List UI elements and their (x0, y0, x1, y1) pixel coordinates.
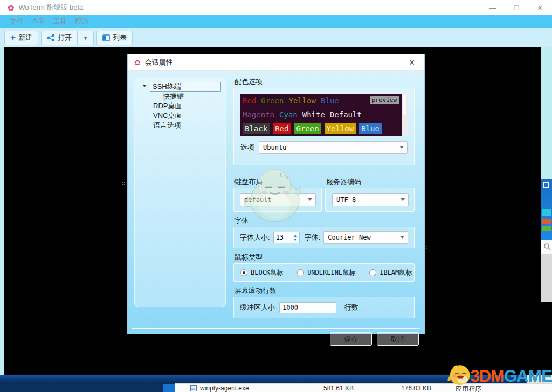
mouse-type-group: BLOCK鼠标 UNDERLINE鼠标 IBEAM鼠标 (233, 263, 415, 282)
tree-item-language-options[interactable]: 语言选项 (135, 121, 225, 130)
preview-badge: preview (370, 96, 399, 104)
preview-token: Default (330, 110, 362, 119)
checkbox-outline-icon (543, 182, 549, 188)
scheme-option-label: 选项 (240, 143, 254, 152)
font-section-label: 字体 (234, 216, 249, 226)
file-size-on-disk: 176.03 KB (380, 384, 431, 392)
dialog-separator (132, 328, 420, 329)
new-session-label: 新建 (18, 33, 32, 43)
keyboard-layout-label: 键盘布局 (234, 177, 263, 187)
preview-token: Magenta (243, 110, 274, 119)
cancel-button[interactable]: 取消 (377, 332, 419, 346)
splitter-grip-left[interactable]: ∷ (122, 180, 126, 187)
open-dropdown-button[interactable]: ▼ (78, 31, 94, 45)
menu-view[interactable]: 查看 (31, 17, 45, 26)
keyboard-layout-value: default (244, 196, 272, 204)
scrollback-group: 缓冲区大小 行数 (233, 297, 415, 318)
tree-item-label: 快捷键 (163, 92, 184, 101)
list-view-button[interactable]: 列表 (96, 31, 133, 45)
font-family-label: 字体: (305, 233, 321, 242)
preview-scrollbar[interactable] (402, 94, 408, 136)
3dmgame-logo-text: 3DMGAME (471, 368, 552, 384)
tree-item-label: VNC桌面 (153, 111, 182, 121)
chevron-down-icon (400, 236, 404, 239)
app-titlebar: ✿ WoTerm 旗舰版 beta — □ ✕ (0, 0, 552, 15)
radio-icon[interactable] (369, 269, 376, 276)
font-size-label: 字体大小: (240, 233, 270, 242)
font-group: 字体大小: 字体: Courier New (233, 227, 415, 248)
close-button[interactable]: ✕ (528, 0, 552, 15)
server-encoding-select[interactable]: UTF-8 (332, 193, 409, 206)
menu-help[interactable]: 帮助 (74, 17, 88, 26)
server-encoding-group: UTF-8 (325, 188, 415, 212)
spin-up-icon[interactable] (294, 235, 297, 237)
tree-item-rdp-desktop[interactable]: RDP桌面 (135, 101, 225, 111)
chevron-down-icon (401, 198, 405, 201)
tree-item-ssh-terminal[interactable]: SSH终端 (135, 82, 225, 92)
background-search-box (541, 240, 552, 254)
new-session-button[interactable]: + 新建 (4, 31, 38, 45)
preview-token: Green (261, 96, 284, 105)
tree-item-label: 语言选项 (153, 121, 181, 130)
preview-block: Blue (359, 123, 382, 134)
radio-underline-mouse[interactable]: UNDERLINE鼠标 (297, 268, 355, 277)
tree-item-vnc-desktop[interactable]: VNC桌面 (135, 111, 225, 121)
tree-item-shortcut-keys[interactable]: 快捷键 (135, 92, 225, 101)
menubar: 文件 查看 工具 帮助 (0, 15, 552, 28)
background-navy-bottom (0, 384, 163, 392)
color-options-group: RedGreenYellowBlue MagentaCyanWhiteDefau… (233, 88, 415, 165)
plus-icon: + (10, 33, 16, 42)
server-encoding-value: UTF-8 (336, 196, 356, 204)
buffer-size-input[interactable] (279, 302, 336, 313)
scrollbar-thumb[interactable] (403, 95, 406, 115)
preview-line-3: BlackRedGreenYellowBlue (240, 122, 408, 136)
font-size-input[interactable] (273, 232, 292, 243)
tree-item-label: RDP桌面 (153, 101, 182, 111)
spin-down-icon[interactable] (294, 239, 297, 241)
tree-expand-arrow-icon[interactable] (142, 85, 147, 87)
settings-tree: SSH终端 快捷键 RDP桌面 VNC桌面 语言选项 (134, 77, 226, 307)
preview-token: Cyan (279, 110, 298, 119)
open-button[interactable]: 打开 (41, 31, 78, 45)
buffer-size-label: 缓冲区大小 (240, 303, 275, 312)
3dmgame-watermark: 3DMGAME (446, 356, 552, 392)
scrollback-label: 屏幕滚动行数 (234, 286, 277, 296)
keyboard-layout-select[interactable]: default (240, 193, 316, 206)
font-size-spinner (273, 232, 300, 243)
screen: ✿ WoTerm 旗舰版 beta — □ ✕ 文件 查看 工具 帮助 + 新建… (0, 0, 552, 392)
preview-block: Green (294, 123, 321, 134)
background-gray-strip (541, 254, 552, 302)
logo-game-text: GAME (504, 367, 552, 386)
save-button[interactable]: 保存 (330, 332, 372, 346)
green-block (542, 226, 551, 231)
radio-block-mouse[interactable]: BLOCK鼠标 (240, 268, 283, 277)
chick-mascot-icon (446, 358, 473, 390)
radio-ibeam-mouse[interactable]: IBEAM鼠标 (369, 268, 412, 277)
dialog-body: SSH终端 快捷键 RDP桌面 VNC桌面 语言选项 配色选项 RedGreen… (128, 71, 424, 334)
color-scheme-select[interactable]: Ubuntu (259, 141, 408, 154)
radio-selected-icon[interactable] (240, 269, 247, 276)
font-family-select[interactable]: Courier New (323, 231, 408, 244)
menu-tools[interactable]: 工具 (53, 17, 67, 26)
preview-token: White (302, 110, 325, 119)
session-properties-dialog: ✿ 会话属性 ✕ SSH终端 快捷键 RDP桌面 VNC桌面 语言选项 配色选项 (127, 54, 425, 334)
minimize-button[interactable]: — (481, 0, 505, 15)
dialog-close-button[interactable]: ✕ (404, 54, 420, 71)
radio-label: BLOCK鼠标 (251, 268, 283, 277)
radio-icon[interactable] (297, 269, 304, 276)
maximize-button[interactable]: □ (505, 0, 528, 15)
settings-content: 配色选项 RedGreenYellowBlue MagentaCyanWhite… (233, 71, 415, 334)
color-scheme-value: Ubuntu (263, 144, 286, 151)
share-icon (47, 34, 55, 41)
window-border-right (541, 47, 552, 179)
mouse-type-label: 鼠标类型 (234, 253, 263, 262)
dialog-titlebar: ✿ 会话属性 ✕ (128, 54, 424, 71)
chevron-down-icon: ▼ (82, 35, 88, 41)
radio-label: UNDERLINE鼠标 (307, 268, 355, 277)
file-name: winpty-agent.exe (200, 384, 249, 392)
tree-item-label: SSH终端 (153, 82, 181, 92)
toolbar: + 新建 打开 ▼ 列表 (0, 28, 552, 47)
menu-file[interactable]: 文件 (10, 17, 24, 26)
spinner-buttons[interactable] (292, 232, 300, 243)
server-encoding-label: 服务器编码 (326, 177, 361, 187)
